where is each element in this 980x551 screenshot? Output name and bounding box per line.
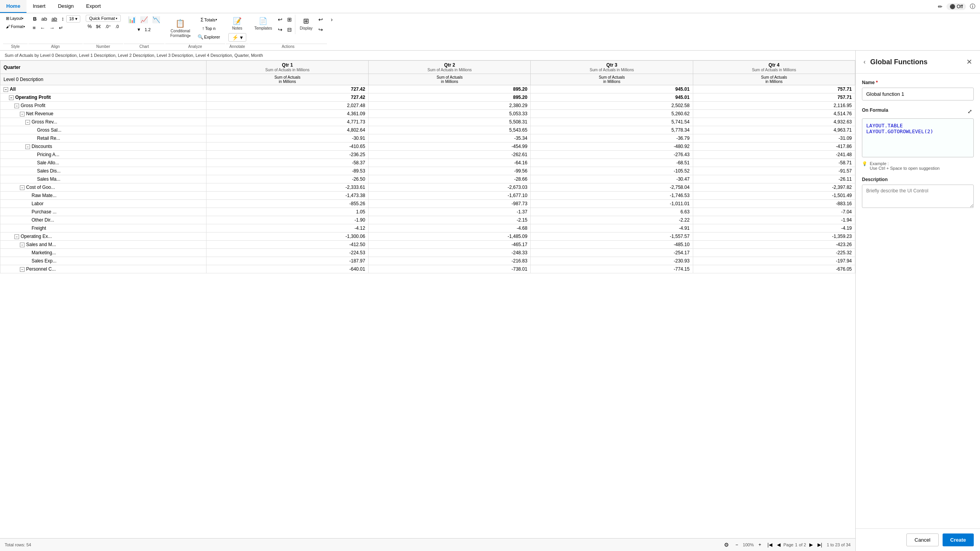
zoom-out-btn[interactable]: − (734, 541, 740, 548)
table-row: Labor-855.26-987.73-1,011.01-883.16 (0, 200, 855, 208)
display-btn[interactable]: ⊞ Display (297, 15, 315, 32)
value-cell: 4,802.64 (206, 126, 368, 134)
value-cell: -187.97 (206, 257, 368, 265)
redo-btn[interactable]: ↪ (276, 25, 284, 34)
value-cell: -262.61 (369, 151, 531, 159)
explorer-btn[interactable]: 🔍 Explorer (195, 33, 223, 41)
cancel-button[interactable]: Cancel (906, 533, 938, 546)
chart-type-btn[interactable]: 📊 (126, 15, 138, 25)
page-last-btn[interactable]: ▶| (816, 541, 824, 548)
table-wrapper[interactable]: Quarter Qtr 1 Sum of Actuals in Millions… (0, 60, 855, 538)
format-icon: 🖌 (6, 24, 10, 29)
tab-insert[interactable]: Insert (26, 0, 52, 13)
tab-export[interactable]: Export (80, 0, 107, 13)
page-first-btn[interactable]: |◀ (766, 541, 773, 548)
settings-btn[interactable]: ⚙ (722, 540, 731, 549)
tab-design[interactable]: Design (52, 0, 80, 13)
templates-btn[interactable]: 📄 Templates (252, 15, 275, 32)
breadcrumb: Sum of Actuals by Level 0 Description, L… (0, 51, 855, 60)
table-row: Retail Re...-30.91-35.34-36.79-31.09 (0, 134, 855, 143)
currency-btn[interactable]: $€ (94, 23, 102, 30)
expand-icon[interactable]: − (20, 185, 25, 190)
filter-btn[interactable]: ⚡ ▾ (228, 33, 246, 42)
totals-btn[interactable]: Σ Totals ▾ (195, 16, 223, 24)
panel-back-btn[interactable]: ‹ (862, 57, 867, 67)
create-button[interactable]: Create (943, 533, 974, 546)
panel-footer: Cancel Create (856, 528, 980, 551)
conditional-formatting-btn[interactable]: 📋 ConditionalFormatting▾ (168, 17, 193, 40)
formula-box[interactable]: LAYOUT.TABLE LAYOUT.GOTOROWLEVEL(2) (862, 118, 974, 157)
value-cell: 5,778.34 (531, 126, 693, 134)
expand-icon[interactable]: − (9, 95, 14, 100)
description-input[interactable] (862, 185, 974, 208)
expand-icon[interactable]: − (25, 120, 30, 125)
formula-expand-btn[interactable]: ⤢ (966, 107, 974, 116)
row-label-cell: Sale Allo... (0, 159, 207, 167)
value-cell: -1.94 (693, 216, 855, 224)
actions-extra-btn2[interactable]: ⊟ (286, 25, 293, 34)
align-left-btn[interactable]: ≡ (31, 24, 38, 32)
value-cell: 2,380.29 (369, 102, 531, 110)
value-cell: -276.43 (531, 151, 693, 159)
topn-btn[interactable]: ↑ Top n (195, 25, 223, 32)
templates-icon: 📄 (259, 17, 267, 25)
current-page: 1 (795, 542, 797, 547)
align-indent-btn[interactable]: ← (38, 24, 47, 32)
style-group-label: Style (3, 44, 28, 49)
tab-home[interactable]: Home (0, 0, 26, 13)
value-cell: -1,300.06 (206, 232, 368, 241)
bold-btn[interactable]: B (31, 15, 39, 23)
value-cell: -248.33 (369, 249, 531, 257)
toggle-off-icon[interactable]: ⚫ Off (946, 3, 966, 10)
formula-section: On Formula ⤢ LAYOUT.TABLE LAYOUT.GOTOROW… (862, 107, 974, 171)
edit-icon[interactable]: ✏ (936, 2, 944, 11)
font-size-select[interactable]: 18 ▾ (66, 15, 80, 23)
page-next-btn[interactable]: ▶ (808, 541, 814, 548)
total-rows: Total rows: 54 (5, 542, 31, 547)
page-prev-btn[interactable]: ◀ (775, 541, 782, 548)
text-wrap2-btn[interactable]: ab (49, 15, 59, 23)
value-cell: -99.56 (369, 167, 531, 175)
panel-title: Global Functions (870, 58, 927, 66)
indent-btn[interactable]: ↕ (60, 15, 66, 23)
layout-btn[interactable]: ⊞ Layout ▾ (3, 15, 26, 22)
decimal-dec-btn[interactable]: .0 (113, 23, 121, 30)
value-cell: -987.73 (369, 200, 531, 208)
chart-type2-btn[interactable]: 📈 (138, 15, 150, 25)
expand-icon[interactable]: − (25, 144, 30, 149)
actions-extra-btn1[interactable]: ⊞ (286, 15, 293, 24)
actions-redo2-btn[interactable]: ↩ (317, 15, 325, 24)
value-cell: 945.01 (531, 85, 693, 93)
expand-icon[interactable]: − (20, 112, 25, 116)
name-input[interactable] (862, 88, 974, 100)
zoom-in-btn[interactable]: + (757, 541, 763, 548)
align-outdent-btn[interactable]: → (48, 24, 57, 32)
expand-icon[interactable]: − (4, 87, 8, 92)
ribbon-expand-btn[interactable]: › (329, 15, 334, 24)
decimal-inc-btn[interactable]: .0⁺ (103, 23, 113, 30)
expand-icon[interactable]: − (14, 104, 19, 108)
expand-icon[interactable]: − (20, 243, 25, 247)
value-cell: 5,508.31 (369, 118, 531, 126)
actions-redo3-btn[interactable]: ↪ (317, 25, 325, 34)
format-btn[interactable]: 🖌 Format ▾ (3, 23, 28, 30)
quick-format-btn[interactable]: Quick Format ▾ (86, 15, 121, 22)
chart-type3-btn[interactable]: 📉 (150, 15, 162, 25)
expand-icon[interactable]: − (14, 234, 19, 239)
table-row: −Operating Profit727.42895.20945.01757.7… (0, 93, 855, 102)
value-cell: 895.20 (369, 93, 531, 102)
notes-btn[interactable]: 📝 Notes (230, 15, 245, 32)
percent-btn[interactable]: % (86, 23, 94, 30)
value-cell: 895.20 (369, 85, 531, 93)
expand-icon[interactable]: − (20, 267, 25, 272)
sparkline-btn[interactable]: 1.2 (143, 26, 152, 33)
chart-dropdown-btn[interactable]: ▾ (136, 25, 142, 33)
text-wrap-btn[interactable]: ab (39, 15, 49, 23)
value-cell: -224.53 (206, 249, 368, 257)
undo-btn[interactable]: ↩ (276, 15, 284, 24)
quick-format-dropdown: ▾ (116, 17, 117, 20)
info-icon[interactable]: ⓘ (968, 2, 977, 12)
value-cell: 1.05 (206, 208, 368, 216)
wrap-text-btn[interactable]: ↵ (57, 24, 65, 32)
panel-close-btn[interactable]: ✕ (965, 56, 974, 68)
